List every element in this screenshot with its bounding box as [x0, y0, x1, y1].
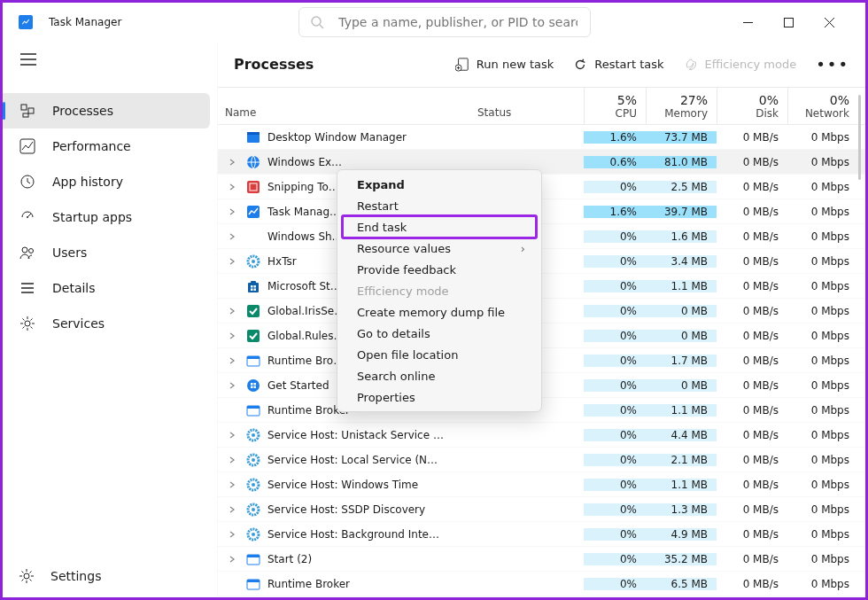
table-row[interactable]: Start (2)0%35.2 MB0 MB/s0 Mbps	[218, 547, 865, 572]
network-usage: 0 Mbps	[787, 503, 858, 516]
search-box[interactable]	[298, 7, 591, 37]
process-icon	[246, 478, 260, 492]
vertical-scrollbar[interactable]	[858, 95, 861, 180]
more-options-button[interactable]: •••	[816, 55, 849, 74]
efficiency-mode-button[interactable]: Efficiency mode	[684, 58, 797, 72]
context-menu-item[interactable]: Open file location	[341, 344, 538, 365]
cpu-usage: 0%	[584, 528, 646, 541]
context-menu-item[interactable]: Resource values›	[341, 238, 538, 259]
expand-chevron-icon[interactable]	[225, 480, 239, 489]
disk-usage: 0 MB/s	[717, 479, 787, 491]
context-menu-item[interactable]: Search online	[341, 365, 538, 386]
expand-chevron-icon[interactable]	[225, 257, 239, 266]
search-input[interactable]	[337, 14, 579, 30]
column-name[interactable]: Name	[218, 88, 469, 124]
column-status[interactable]: Status	[469, 88, 584, 124]
process-name: Service Host: Windows Time	[267, 479, 418, 491]
processes-icon	[19, 103, 36, 119]
expand-chevron-icon[interactable]	[225, 431, 239, 440]
network-usage: 0 Mbps	[787, 280, 858, 292]
sidebar-item-settings[interactable]: Settings	[3, 555, 217, 597]
sidebar-item-label: Details	[52, 281, 96, 295]
memory-usage: 4.4 MB	[646, 429, 717, 441]
expand-chevron-icon[interactable]	[225, 381, 239, 390]
cpu-usage: 0%	[584, 503, 646, 516]
sidebar-item-performance[interactable]: Performance	[3, 129, 210, 164]
column-memory[interactable]: 27%Memory	[646, 88, 717, 124]
leaf-icon	[684, 58, 698, 72]
expand-chevron-icon[interactable]	[225, 207, 239, 216]
disk-usage: 0 MB/s	[717, 280, 787, 292]
hamburger-button[interactable]	[3, 42, 217, 77]
table-row[interactable]: Service Host: Unistack Service …0%4.4 MB…	[218, 423, 865, 448]
table-row[interactable]: Service Host: Windows Time0%1.1 MB0 MB/s…	[218, 472, 865, 497]
disk-usage: 0 MB/s	[717, 454, 787, 466]
column-disk[interactable]: 0%Disk	[717, 88, 787, 124]
sidebar-item-details[interactable]: Details	[3, 270, 210, 306]
table-row[interactable]: Service Host: Background Inte…0%4.9 MB0 …	[218, 522, 865, 547]
process-name: Get Started	[267, 379, 329, 392]
disk-usage: 0 MB/s	[717, 156, 787, 168]
expand-chevron-icon[interactable]	[225, 232, 239, 241]
cpu-usage: 0.6%	[584, 156, 646, 168]
context-menu-item[interactable]: Expand	[341, 174, 538, 195]
sidebar-item-users[interactable]: Users	[3, 235, 210, 270]
sidebar-item-processes[interactable]: Processes	[3, 93, 210, 129]
process-icon	[246, 130, 260, 144]
context-menu-item[interactable]: Properties	[341, 386, 538, 408]
context-menu-item[interactable]: Provide feedback	[341, 259, 538, 280]
run-new-task-button[interactable]: Run new task	[455, 58, 554, 72]
process-name: Start (2)	[267, 553, 312, 565]
cpu-usage: 0%	[584, 379, 646, 392]
sidebar-item-startup-apps[interactable]: Startup apps	[3, 199, 210, 235]
disk-usage: 0 MB/s	[717, 404, 787, 417]
column-cpu[interactable]: 5%CPU	[584, 88, 646, 124]
cpu-usage: 0%	[584, 429, 646, 441]
network-usage: 0 Mbps	[787, 553, 858, 565]
memory-usage: 4.9 MB	[646, 528, 717, 541]
close-button[interactable]	[809, 3, 849, 42]
table-row[interactable]: Desktop Window Manager1.6%73.7 MB0 MB/s0…	[218, 125, 865, 150]
expand-chevron-icon[interactable]	[225, 183, 239, 191]
column-network[interactable]: 0%Network	[787, 88, 858, 124]
expand-chevron-icon[interactable]	[225, 158, 239, 167]
disk-usage: 0 MB/s	[717, 355, 787, 367]
disk-usage: 0 MB/s	[717, 131, 787, 144]
expand-chevron-icon[interactable]	[225, 555, 239, 564]
minimize-button[interactable]	[727, 3, 768, 42]
chevron-right-icon: ›	[521, 242, 525, 255]
expand-chevron-icon[interactable]	[225, 307, 239, 316]
memory-usage: 1.7 MB	[646, 355, 717, 367]
sidebar-item-app-history[interactable]: App history	[3, 164, 210, 199]
table-row[interactable]: Service Host: SSDP Discovery0%1.3 MB0 MB…	[218, 497, 865, 522]
expand-chevron-icon[interactable]	[225, 331, 239, 340]
disk-usage: 0 MB/s	[717, 429, 787, 441]
expand-chevron-icon[interactable]	[225, 356, 239, 365]
table-row[interactable]: Service Host: Local Service (N…0%2.1 MB0…	[218, 448, 865, 472]
services-icon	[19, 316, 36, 331]
context-menu-item[interactable]: Create memory dump file	[341, 301, 538, 323]
context-menu-item[interactable]: Go to details	[341, 323, 538, 344]
process-icon	[246, 354, 260, 368]
maximize-button[interactable]	[768, 3, 809, 42]
table-row[interactable]: Runtime Broker0%6.5 MB0 MB/s0 Mbps	[218, 572, 865, 596]
app-title: Task Manager	[49, 16, 121, 28]
sidebar-item-services[interactable]: Services	[3, 306, 210, 341]
disk-usage: 0 MB/s	[717, 206, 787, 218]
users-icon	[19, 245, 36, 261]
restart-task-button[interactable]: Restart task	[573, 58, 663, 72]
expand-chevron-icon[interactable]	[225, 530, 239, 539]
startup-icon	[19, 209, 36, 225]
process-name: Global.Rules…	[267, 330, 344, 342]
network-usage: 0 Mbps	[787, 181, 858, 193]
context-menu-item-end-task[interactable]: End task	[341, 214, 538, 239]
memory-usage: 73.7 MB	[646, 131, 717, 144]
process-icon	[246, 304, 260, 318]
sidebar: Processes Performance App history Startu…	[3, 42, 217, 597]
table-row[interactable]: Windows Ex…0.6%81.0 MB0 MB/s0 Mbps	[218, 150, 865, 175]
context-menu-item[interactable]: Restart	[341, 195, 538, 216]
expand-chevron-icon[interactable]	[225, 505, 239, 514]
memory-usage: 0 MB	[646, 379, 717, 392]
expand-chevron-icon[interactable]	[225, 456, 239, 464]
process-name: Service Host: Unistack Service …	[267, 429, 444, 441]
